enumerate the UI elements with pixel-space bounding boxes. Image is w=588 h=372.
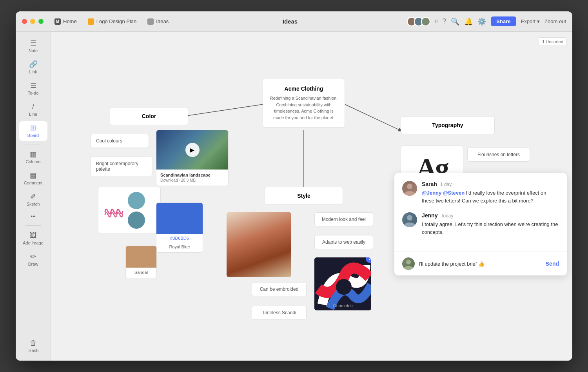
central-title: Acme Clothing <box>269 86 338 92</box>
comment-sarah-header: Sarah 1 day <box>422 181 559 187</box>
sidebar-label-trash: Trash <box>28 348 39 353</box>
comment-jenny-time: Today <box>441 213 453 219</box>
sidebar-label-column: Column <box>26 159 41 164</box>
swatches-card <box>98 187 161 234</box>
share-button[interactable]: Share <box>491 16 516 26</box>
note-icon: ☰ <box>30 40 36 47</box>
sidebar-item-more[interactable]: ••• <box>19 211 47 222</box>
page-title: Ideas <box>173 18 407 25</box>
sidebar-item-trash[interactable]: 🗑 Trash <box>19 336 47 356</box>
mention-jenny: @Jenny <box>422 190 443 196</box>
comment-jenny-header: Jenny Today <box>422 212 559 219</box>
close-button[interactable] <box>22 19 27 24</box>
sidebar-item-link[interactable]: 🔗 Link <box>19 58 47 77</box>
sketch-squiggle <box>103 200 125 221</box>
svg-point-6 <box>407 215 412 221</box>
style-image-card[interactable] <box>227 212 291 277</box>
teal-circle-light <box>128 192 145 209</box>
teal-circle-dark <box>128 212 145 229</box>
comment-list: Sarah 1 day @Jenny @Steven I'd really lo… <box>394 173 567 252</box>
settings-icon[interactable]: ⚙️ <box>477 17 486 26</box>
sidebar-item-draw[interactable]: ✏ Draw <box>19 250 47 270</box>
comment-jenny-body: Jenny Today I totally agree. Let's try t… <box>422 212 559 236</box>
home-icon: M <box>54 18 61 25</box>
traffic-lights <box>22 19 44 24</box>
avatar-jenny <box>402 212 417 227</box>
avatar-sarah-img <box>402 181 417 196</box>
avatar-sarah <box>402 181 417 196</box>
geometric-svg <box>314 257 371 310</box>
sidebar-label-board: Board <box>27 133 39 138</box>
sidebar-label-line: Line <box>29 112 37 117</box>
svg-point-7 <box>406 260 411 264</box>
comment-sarah-text: @Jenny @Steven I'd really love the overp… <box>422 189 559 204</box>
app-window: M Home Logo Design Plan Ideas Ideas 0 ? <box>16 11 572 361</box>
sidebar-item-note[interactable]: ☰ Note <box>19 36 47 56</box>
sidebar-label-addimage: Add image <box>23 241 44 245</box>
tab-home-label: Home <box>63 18 77 24</box>
play-button[interactable]: ▶ <box>185 143 200 157</box>
bright-palette-card[interactable]: Bright contemporary palette <box>90 157 153 176</box>
sidebar-item-addimage[interactable]: 🖼 Add image <box>19 229 47 248</box>
ideas-icon <box>147 18 154 25</box>
geometric-label: Geometric <box>314 303 371 308</box>
notification-icon[interactable]: 🔔 <box>464 17 473 26</box>
svg-line-0 <box>184 104 263 116</box>
send-button[interactable]: Send <box>546 261 559 267</box>
comment-jenny-text: I totally agree. Let's try this directio… <box>422 221 559 236</box>
central-node: Acme Clothing Redefining a Scandinavian … <box>263 79 345 128</box>
titlebar-actions: 0 ? 🔍 🔔 ⚙️ Share Export ▾ Zoom out <box>407 16 566 26</box>
sidebar-item-line[interactable]: / Line <box>19 100 47 120</box>
sidebar-item-comment[interactable]: ▤ Comment <box>19 169 47 188</box>
svg-point-4 <box>336 279 352 295</box>
avatar-jenny-img <box>402 212 417 227</box>
minimize-button[interactable] <box>30 19 35 24</box>
landscape-card[interactable]: ▶ Scandinavian landscape Download · 28.3… <box>156 130 229 186</box>
sidebar-label-comment: Comment <box>24 181 43 185</box>
sidebar-item-board[interactable]: ⊞ Board <box>19 121 47 141</box>
addimage-icon: 🖼 <box>30 232 37 239</box>
flourishes-card: Flourishes on letters <box>467 148 530 162</box>
sidebar-label-link: Link <box>29 69 37 74</box>
sidebar-item-sketch[interactable]: ✐ Sketch <box>19 190 47 210</box>
maximize-button[interactable] <box>38 19 44 24</box>
tab-logo-label: Logo Design Plan <box>96 18 137 24</box>
typography-header: Typography <box>401 116 495 134</box>
comment-jenny-name: Jenny <box>422 212 437 219</box>
tab-ideas[interactable]: Ideas <box>143 16 173 27</box>
logo-design-icon <box>88 18 94 25</box>
landscape-info: Scandinavian landscape Download · 28.3 M… <box>156 170 228 186</box>
draw-icon: ✏ <box>30 253 36 260</box>
landscape-image: ▶ <box>156 130 228 170</box>
comment-sarah-body: Sarah 1 day @Jenny @Steven I'd really lo… <box>422 181 559 204</box>
comment-text-input[interactable] <box>419 261 542 267</box>
tab-home[interactable]: M Home <box>50 16 82 27</box>
sidebar-label-sketch: Sketch <box>27 202 40 206</box>
sandal-swatch <box>126 246 156 268</box>
sidebar-label-note: Note <box>29 48 38 53</box>
sketch-icon: ✐ <box>30 193 36 200</box>
comment-sarah: Sarah 1 day @Jenny @Steven I'd really lo… <box>402 181 559 204</box>
search-icon[interactable]: 🔍 <box>451 17 459 26</box>
comment-input-row: Send <box>394 252 567 275</box>
svg-line-1 <box>345 104 402 131</box>
sidebar-divider-1 <box>25 144 41 144</box>
help-icon[interactable]: ? <box>442 17 446 26</box>
comment-jenny: Jenny Today I totally agree. Let's try t… <box>402 212 559 236</box>
zoom-out-button[interactable]: Zoom out <box>544 18 566 24</box>
avatar-stack <box>407 17 430 26</box>
export-button[interactable]: Export ▾ <box>521 18 540 24</box>
sidebar-item-column[interactable]: ▥ Column <box>19 148 47 167</box>
avatar-current-user <box>402 257 415 270</box>
central-description: Redefining a Scandinavian fashion. Combi… <box>269 95 338 121</box>
geometric-card[interactable]: 2 Geometric <box>314 257 371 310</box>
sandal-card: Sandal <box>125 246 157 278</box>
sidebar-divider-2 <box>25 225 41 226</box>
board-icon: ⊞ <box>30 124 36 131</box>
tab-logo-design[interactable]: Logo Design Plan <box>83 16 142 27</box>
cool-colours-card[interactable]: Cool colours <box>90 134 149 148</box>
avatar-current-img <box>402 257 415 270</box>
canvas-area[interactable]: 1 Unsorted Acme Clothing Redefining a Sc <box>51 32 572 361</box>
adapts-web-card: Adapts to web easily <box>314 235 373 249</box>
sidebar-item-todo[interactable]: ☰ To-do <box>19 79 47 98</box>
